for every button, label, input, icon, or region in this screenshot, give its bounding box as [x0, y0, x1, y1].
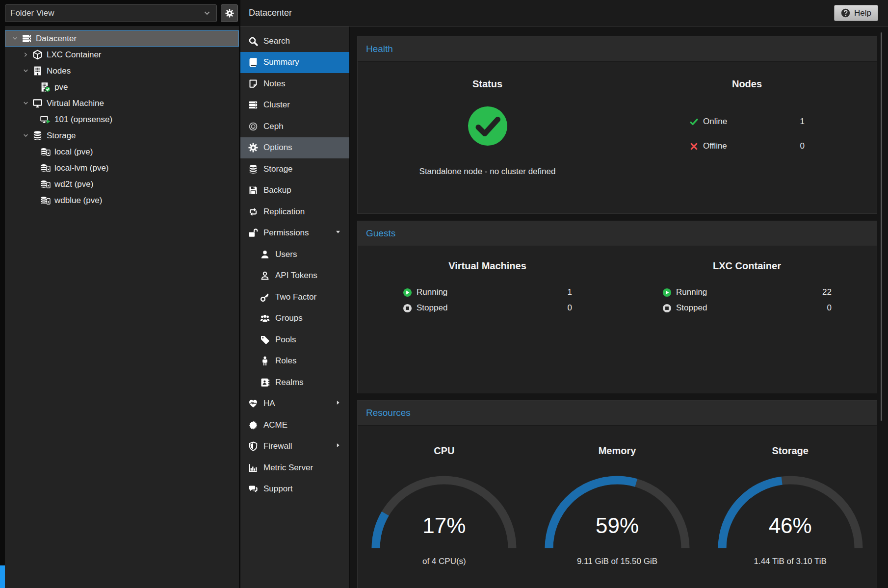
nav-item-api-tokens[interactable]: API Tokens [240, 265, 349, 287]
person-icon [260, 356, 270, 366]
nav-item-notes[interactable]: Notes [240, 73, 349, 95]
nav-item-pools[interactable]: Pools [240, 329, 349, 351]
nav-item-label: Realms [275, 378, 304, 387]
tree-item-label: Datacenter [36, 34, 77, 44]
tree-item-wd2t-pve[interactable]: wd2t (pve) [5, 176, 239, 192]
tree-item-label: LXC Container [47, 50, 102, 60]
tree-item-local-pve[interactable]: local (pve) [5, 144, 239, 160]
top-bar: Datacenter Help [240, 0, 888, 26]
nav-item-permissions[interactable]: Permissions [240, 223, 349, 244]
nav-item-label: Notes [263, 79, 285, 89]
virtual-machines-heading: Virtual Machines [448, 260, 526, 272]
nav-item-acme[interactable]: ACME [240, 414, 349, 436]
note-icon [248, 79, 258, 89]
nav-item-label: ACME [263, 420, 287, 430]
help-button[interactable]: Help [834, 5, 878, 21]
cross-icon [689, 142, 699, 151]
resources-panel: Resources CPU17%of 4 CPU(s)Memory59%9.11… [357, 400, 877, 588]
nav-item-label: Summary [263, 57, 299, 67]
stat-label: Stopped [417, 303, 447, 313]
tree-item-label: wd2t (pve) [54, 179, 93, 189]
nav-item-firewall[interactable]: Firewall [240, 436, 349, 458]
chevron-right-icon[interactable] [20, 51, 31, 58]
tree-item-101-opnsense[interactable]: 101 (opnsense) [5, 111, 239, 128]
guests-lxc-section: LXC Container Running22Stopped0 [617, 246, 877, 316]
chevron-down-icon[interactable] [20, 100, 31, 107]
stat-label: Running [676, 287, 707, 297]
sync-icon [248, 207, 258, 217]
tree-item-local-lvm-pve[interactable]: local-lvm (pve) [5, 160, 239, 176]
shield-icon [248, 441, 258, 451]
nav-item-label: Permissions [263, 228, 309, 238]
window-edge-accent [0, 565, 5, 588]
nav-item-groups[interactable]: Groups [240, 308, 349, 330]
tree-item-label: 101 (opnsense) [54, 115, 112, 125]
nav-item-roles[interactable]: Roles [240, 351, 349, 372]
nav-item-replication[interactable]: Replication [240, 201, 349, 223]
proxmox-datacenter-screen: { "window": { "help_label": "Help" }, "l… [0, 0, 888, 588]
chevron-down-icon[interactable] [20, 132, 31, 139]
caret-down-icon [335, 228, 341, 238]
nav-item-two-factor[interactable]: Two Factor [240, 286, 349, 308]
nav-item-realms[interactable]: Realms [240, 372, 349, 393]
gear-icon [248, 143, 258, 153]
nav-item-label: Pools [275, 335, 296, 345]
tree-item-label: local (pve) [54, 147, 93, 157]
question-circle-icon [841, 8, 850, 18]
tree-item-storage[interactable]: Storage [5, 128, 239, 144]
nav-item-ceph[interactable]: Ceph [240, 116, 349, 137]
nav-item-support[interactable]: Support [240, 479, 349, 500]
nav-item-metric-server[interactable]: Metric Server [240, 457, 349, 479]
nav-item-search[interactable]: Search [240, 30, 349, 52]
resource-gauge-cpu: CPU17%of 4 CPU(s) [358, 426, 531, 566]
content-scrollbar-thumb[interactable] [881, 32, 882, 421]
users-icon [260, 313, 270, 323]
status-heading: Status [472, 78, 502, 90]
page-title: Datacenter [249, 8, 292, 18]
nav-item-ha[interactable]: HA [240, 393, 349, 415]
heartbeat-icon [248, 399, 258, 409]
nav-item-users[interactable]: Users [240, 244, 349, 265]
database-drive-icon [39, 195, 51, 205]
stat-row-online: Online1 [689, 109, 805, 134]
bar-chart-icon [248, 463, 258, 473]
tree-item-lxc-container[interactable]: LXC Container [5, 47, 239, 63]
stat-value: 22 [822, 287, 832, 297]
tree-item-nodes[interactable]: Nodes [5, 63, 239, 79]
caret-right-icon [335, 441, 341, 451]
nav-item-backup[interactable]: Backup [240, 180, 349, 202]
building-icon [31, 66, 43, 76]
nav-item-summary[interactable]: Summary [240, 52, 349, 74]
address-book-icon [260, 378, 270, 387]
lxc-stat-table: Running22Stopped0 [662, 284, 832, 316]
database-icon [248, 164, 258, 174]
tag-icon [260, 335, 270, 345]
caret-right-icon [335, 399, 341, 409]
help-button-label: Help [854, 8, 871, 18]
nav-item-cluster[interactable]: Cluster [240, 95, 349, 116]
nav-item-label: Groups [275, 313, 303, 323]
database-drive-icon [39, 163, 51, 173]
tree-item-pve[interactable]: pve [5, 79, 239, 95]
nodes-heading: Nodes [732, 78, 762, 90]
stop-circle-icon [403, 304, 412, 313]
check-icon [689, 117, 699, 127]
tree-item-virtual-machine[interactable]: Virtual Machine [5, 95, 239, 111]
nav-item-storage[interactable]: Storage [240, 158, 349, 180]
tree-item-datacenter[interactable]: Datacenter [5, 30, 239, 47]
view-mode-select[interactable]: Folder View [5, 4, 217, 22]
folder-tree: DatacenterLXC ContainerNodespveVirtual M… [5, 26, 239, 588]
vm-stat-table: Running1Stopped0 [403, 284, 572, 316]
tree-item-wdblue-pve[interactable]: wdblue (pve) [5, 192, 239, 208]
gear-icon [225, 9, 234, 18]
stat-row-stopped: Stopped0 [403, 300, 572, 316]
chevron-down-icon[interactable] [20, 67, 31, 75]
nav-item-options[interactable]: Options [240, 137, 349, 159]
tree-settings-button[interactable] [221, 4, 238, 22]
datacenter-nav-menu: SearchSummaryNotesClusterCephOptionsStor… [240, 26, 349, 588]
nav-item-label: Support [263, 484, 293, 494]
stat-label: Offline [703, 141, 727, 151]
chevron-down-icon[interactable] [9, 35, 21, 42]
resource-gauge-memory: Memory59%9.11 GiB of 15.50 GiB [531, 426, 704, 566]
nav-item-label: Replication [263, 207, 305, 217]
